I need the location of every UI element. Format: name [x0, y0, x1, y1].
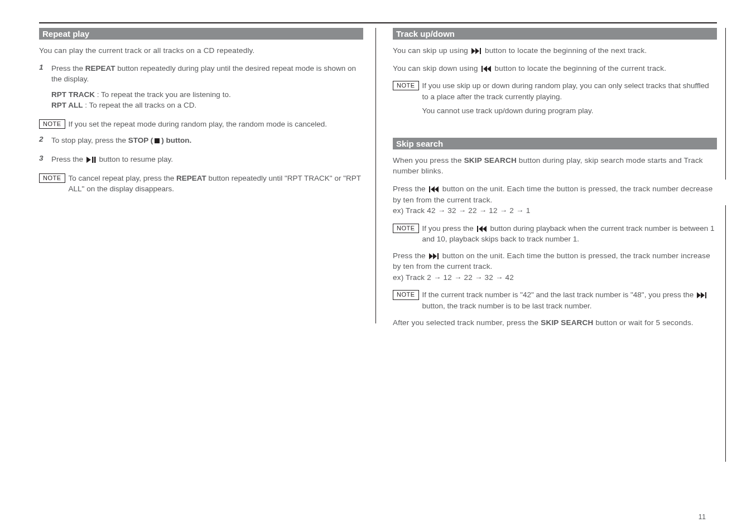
svg-rect-0 — [155, 138, 160, 143]
page-number: 11 — [699, 513, 706, 521]
section-header-skip-search: Skip search — [393, 138, 717, 149]
svg-marker-19 — [697, 292, 701, 298]
svg-marker-12 — [435, 186, 439, 192]
svg-rect-21 — [705, 292, 706, 298]
svg-marker-8 — [483, 66, 487, 72]
svg-rect-7 — [481, 66, 483, 72]
repeat-intro: You can play the current track or all tr… — [39, 45, 363, 56]
svg-rect-3 — [94, 157, 96, 163]
skip-back-block: Press the button on the unit. Each time … — [393, 183, 717, 216]
svg-rect-10 — [429, 186, 430, 192]
skip-forward-icon — [697, 292, 707, 298]
skip-back-icon — [429, 186, 439, 192]
skip-forward-icon — [471, 48, 481, 54]
skip-forward-icon — [429, 253, 439, 259]
svg-rect-6 — [480, 48, 481, 54]
skip-note-2: NOTE If the current track number is "42"… — [393, 289, 717, 311]
section-header-track-updown: Track up/down — [393, 28, 717, 40]
svg-marker-20 — [701, 292, 705, 298]
track-up-line: You can skip up using button to locate t… — [393, 45, 717, 56]
play-pause-icon — [86, 157, 96, 163]
svg-rect-18 — [437, 253, 439, 259]
repeat-note-2: NOTE To cancel repeat play, press the RE… — [39, 173, 363, 195]
repeat-note-1: NOTE If you set the repeat mode during r… — [39, 119, 363, 130]
svg-marker-16 — [429, 253, 433, 259]
svg-marker-17 — [433, 253, 437, 259]
svg-marker-5 — [475, 48, 479, 54]
section-header-repeat: Repeat play — [39, 28, 363, 40]
skip-forward-block: Press the button on the unit. Each time … — [393, 250, 717, 283]
repeat-step-3: 3 Press the button to resume play. — [39, 154, 363, 165]
svg-rect-2 — [92, 157, 94, 163]
svg-marker-14 — [479, 226, 483, 232]
skip-note-1: NOTE If you press the button during play… — [393, 223, 717, 245]
svg-marker-9 — [487, 66, 491, 72]
stop-icon — [154, 138, 160, 144]
skip-search-intro: When you press the SKIP SEARCH button du… — [393, 155, 717, 177]
track-down-line: You can skip down using button to locate… — [393, 63, 717, 74]
svg-marker-11 — [431, 186, 435, 192]
svg-marker-1 — [86, 157, 91, 163]
track-note-1: NOTE If you use skip up or down during r… — [393, 80, 717, 117]
skip-back-icon — [477, 226, 487, 232]
repeat-step-2: 2 To stop play, press the STOP () button… — [39, 135, 363, 146]
skip-search-end: After you selected track number, press t… — [393, 317, 717, 328]
svg-rect-13 — [477, 226, 478, 232]
skip-back-icon — [481, 66, 492, 72]
svg-marker-4 — [471, 48, 475, 54]
repeat-step-1: 1 Press the REPEAT button repeatedly dur… — [39, 63, 363, 111]
svg-marker-15 — [483, 226, 487, 232]
